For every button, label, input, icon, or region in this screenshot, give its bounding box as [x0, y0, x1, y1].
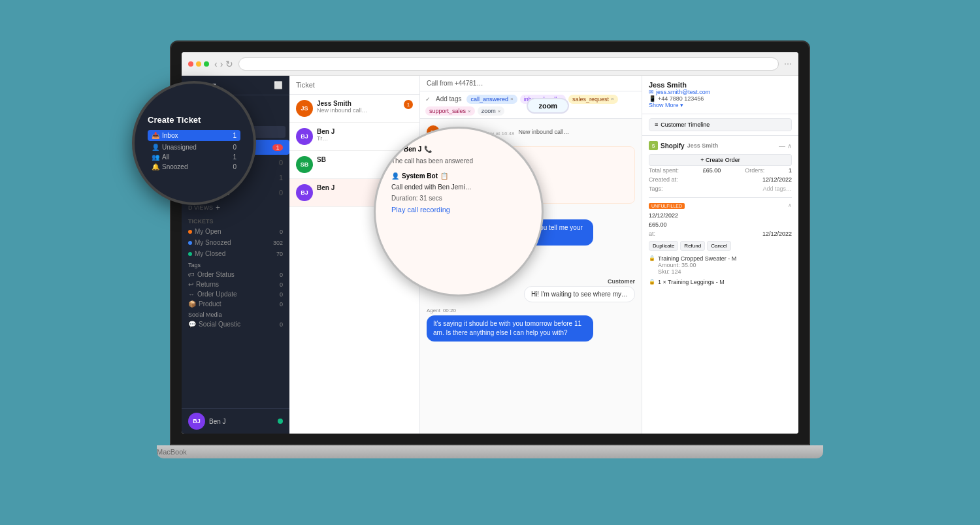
product-item-2: 🔒 1 × Training Leggings - M: [649, 277, 792, 287]
online-indicator: [278, 419, 283, 424]
agent-msg-2: Agent Okay: [427, 251, 635, 273]
conv-avatar-bj: BJ: [296, 128, 313, 145]
conv-avatar-bj2: BJ: [296, 184, 313, 201]
ct-all-icon: 👥: [152, 153, 159, 161]
address-bar[interactable]: [238, 57, 779, 71]
jess-time: Today at 16:48: [480, 131, 514, 136]
customer-phone: 📱 +44 7880 123456: [649, 95, 792, 102]
my-open-item[interactable]: My Open 0: [182, 226, 289, 237]
product-item-1: 🔒 Training Cropped Sweater - M Amount: 3…: [649, 253, 792, 277]
timeline-button[interactable]: ≡ Customer Timeline: [649, 118, 792, 131]
shopify-expand[interactable]: ∧: [787, 142, 792, 150]
snoozed-count: 0: [279, 189, 283, 197]
conv-item-bj2[interactable]: BJ Ben J: [289, 179, 419, 207]
tag-sales-request: sales_request ×: [568, 95, 618, 104]
agent-msg-3-header: Agent 00:20: [427, 308, 456, 313]
inbox-badge: 1: [272, 144, 283, 151]
order-expand-icon[interactable]: ∧: [788, 202, 792, 208]
shopify-icon: S: [649, 141, 658, 150]
back-icon[interactable]: ‹: [214, 59, 218, 69]
my-snoozed-item[interactable]: My Snoozed 302: [182, 237, 289, 248]
ct-inbox-icon: 📥: [152, 132, 159, 139]
tag-returns[interactable]: ↩Returns0: [182, 279, 289, 289]
tag-order-status[interactable]: 🏷Order Status0: [182, 270, 289, 279]
inbound-text: New inbound call…: [518, 129, 569, 135]
order-created-val: 12/12/2022: [762, 231, 792, 237]
tag-call-answered-remove[interactable]: ×: [510, 96, 514, 102]
conv-item-bj[interactable]: BJ Ben J Tr…: [289, 123, 419, 151]
customer-label: Customer: [608, 278, 635, 285]
tag-order-update[interactable]: ↔Order Update0: [182, 289, 289, 299]
shopify-header: S Shopify Jess Smith — ∧: [649, 141, 792, 150]
ct-all: 👥 All 1: [148, 152, 240, 162]
order-section: UNFULFILLED ∧ 12/12/2022 £65.00: [649, 197, 792, 287]
create-ticket-content: Create Ticket 📥 Inbox 1 👤 Unassigned 0 👥…: [135, 102, 253, 185]
shopify-brand: S Shopify Jess Smith: [649, 141, 718, 150]
create-ticket-circle: Create Ticket 📥 Inbox 1 👤 Unassigned 0 👥…: [132, 81, 256, 205]
show-more-btn[interactable]: Show More ▾: [649, 102, 792, 108]
tag-product[interactable]: 📦Product0: [182, 299, 289, 309]
my-closed-item[interactable]: My Closed 70: [182, 248, 289, 259]
order-date-row: 12/12/2022: [649, 211, 792, 220]
laptop-base: MacBook: [157, 445, 823, 458]
shopify-tags-placeholder[interactable]: Add tags…: [762, 185, 792, 192]
conv-content-sb: SB: [317, 156, 413, 173]
tags-bar: ✓ Add tags call_answered × inbound_call …: [420, 91, 642, 119]
conv-content-jess: Jess Smith New inbound call…: [317, 100, 400, 117]
browser-nav: ‹ › ↻: [214, 59, 233, 69]
conv-item-jess[interactable]: JS Jess Smith New inbound call… 1: [289, 95, 419, 123]
my-snoozed-count: 302: [273, 240, 283, 246]
my-closed-label: My Closed: [195, 250, 225, 257]
chat-title: Call from +44781…: [427, 80, 483, 87]
duplicate-btn[interactable]: Duplicate: [649, 241, 678, 251]
tags-row: Tags: Add tags…: [649, 184, 792, 193]
maximize-dot[interactable]: [204, 61, 209, 67]
close-dot[interactable]: [188, 61, 193, 67]
tag-social[interactable]: 💬Social Questic0: [182, 319, 289, 329]
tag-zoom-remove[interactable]: ×: [498, 108, 501, 114]
cancel-btn[interactable]: Cancel: [707, 241, 731, 251]
sidebar-collapse-icon[interactable]: ⬜: [274, 81, 283, 89]
forward-icon[interactable]: ›: [220, 59, 223, 69]
refund-btn[interactable]: Refund: [680, 241, 705, 251]
minimize-dot[interactable]: [196, 61, 201, 67]
conv-content-bj: Ben J Tr…: [317, 128, 413, 145]
agent-msg-1-header: Agent 00:17: [427, 212, 456, 217]
shopify-tags-label: Tags:: [649, 185, 663, 192]
timeline-icon: ≡: [655, 121, 658, 128]
conv-avatar-sb: SB: [296, 156, 313, 173]
ben-name: Ben J: [443, 152, 459, 159]
views-label: D VIEWS: [188, 204, 213, 211]
play-recording-link[interactable]: Play call recording: [434, 191, 628, 198]
shopify-minimize[interactable]: —: [779, 142, 785, 150]
add-tags-button[interactable]: Add tags: [433, 94, 464, 104]
conv-item-sb[interactable]: SB SB: [289, 151, 419, 179]
agent-msg-2-header: Agent: [427, 251, 440, 257]
customer-email: ✉ jess.smith@test.com: [649, 89, 792, 95]
my-closed-count: 70: [276, 251, 283, 257]
shopify-user: Jess Smith: [687, 142, 719, 149]
bottom-conv-item[interactable]: BJ Ben J: [182, 408, 289, 434]
all-count: 1: [279, 174, 283, 182]
social-media-label: Social Media: [182, 309, 289, 319]
jess-name: Jess Smith: [444, 130, 475, 136]
conv-content-bj2: Ben J: [317, 184, 413, 201]
tags-section-label: Tags: [182, 259, 289, 270]
tag-sales-request-remove[interactable]: ×: [611, 96, 614, 102]
create-order-button[interactable]: + Create Order: [649, 154, 792, 166]
browser-menu-icon[interactable]: ⋯: [784, 59, 792, 69]
lock-icon: 🔒: [649, 255, 655, 261]
create-ticket-overlay: Create Ticket 📥 Inbox 1 👤 Unassigned 0 👥…: [132, 81, 256, 205]
order-status-badge: UNFULFILLED: [649, 203, 685, 209]
tag-support-sales-remove[interactable]: ×: [468, 108, 471, 114]
conv-list-header: Ticket: [289, 76, 419, 95]
bot-note-icon: 📋: [478, 169, 485, 176]
agent-msg-1-bubble: Okay, I can check that for you. Can you …: [427, 219, 593, 246]
reload-icon[interactable]: ↻: [225, 59, 233, 69]
browser-chrome: ‹ › ↻ ⋯: [182, 52, 798, 76]
tag-zoom: zoom ×: [478, 106, 505, 116]
ct-snoozed: 🔔 Snoozed 0: [148, 162, 240, 172]
customer-bubble: Hi! I'm waiting to see where my…: [524, 286, 635, 302]
lock-icon-2: 🔒: [649, 279, 655, 285]
ct-unassigned: 👤 Unassigned 0: [148, 142, 240, 152]
